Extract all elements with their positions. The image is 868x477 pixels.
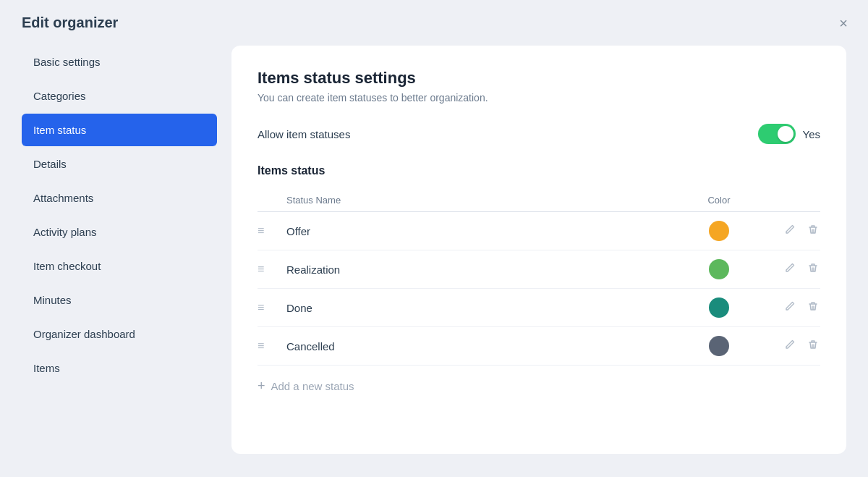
status-name-cancelled: Cancelled: [286, 340, 676, 353]
drag-handle-cancelled[interactable]: ≡: [258, 339, 286, 353]
sidebar-item-basic-settings[interactable]: Basic settings: [22, 46, 217, 78]
close-button[interactable]: ×: [839, 16, 848, 30]
status-name-done: Done: [286, 302, 676, 314]
col-color-header: Color: [676, 195, 762, 206]
add-status-label: Add a new status: [271, 380, 354, 392]
sidebar-item-item-checkout[interactable]: Item checkout: [22, 250, 217, 282]
color-dot-done: [709, 297, 729, 318]
drag-handle-done[interactable]: ≡: [258, 301, 286, 314]
sidebar-item-categories[interactable]: Categories: [22, 80, 217, 112]
toggle-group: Yes: [758, 124, 820, 144]
status-row-offer: ≡ Offer: [258, 212, 820, 250]
panel-subtitle: You can create item statuses to better o…: [258, 92, 820, 104]
drag-handle-offer[interactable]: ≡: [258, 224, 286, 237]
row-actions-realization: [762, 261, 820, 278]
sidebar-item-details[interactable]: Details: [22, 148, 217, 180]
status-row-done: ≡ Done: [258, 289, 820, 327]
status-row-cancelled: ≡ Cancelled: [258, 327, 820, 366]
allow-label: Allow item statuses: [258, 128, 350, 140]
page-title: Edit organizer: [22, 14, 846, 31]
status-name-offer: Offer: [286, 225, 676, 237]
main-panel: Items status settings You can create ite…: [231, 46, 846, 454]
sidebar-item-minutes[interactable]: Minutes: [22, 284, 217, 316]
sidebar-item-attachments[interactable]: Attachments: [22, 182, 217, 214]
panel-title: Items status settings: [258, 69, 820, 88]
status-rows: ≡ Offer ≡ Realization: [258, 212, 820, 366]
items-status-section: Items status Status Name Color ≡ Offer: [258, 164, 820, 397]
section-title: Items status: [258, 164, 820, 177]
delete-button-realization[interactable]: [806, 261, 820, 278]
sidebar-item-item-status[interactable]: Item status: [22, 114, 217, 146]
col-name-header: Status Name: [286, 195, 676, 206]
layout: Basic settingsCategoriesItem statusDetai…: [22, 46, 846, 454]
toggle-value: Yes: [803, 128, 820, 140]
add-icon: +: [258, 379, 265, 394]
sidebar-item-organizer-dashboard[interactable]: Organizer dashboard: [22, 318, 217, 350]
edit-button-done[interactable]: [783, 299, 797, 316]
color-dot-offer: [709, 221, 729, 241]
drag-handle-realization[interactable]: ≡: [258, 263, 286, 276]
color-dot-cancelled: [709, 336, 729, 356]
row-actions-cancelled: [762, 337, 820, 355]
row-actions-done: [762, 299, 820, 316]
sidebar-item-activity-plans[interactable]: Activity plans: [22, 216, 217, 248]
delete-button-offer[interactable]: [806, 222, 820, 240]
allow-toggle[interactable]: [758, 124, 796, 144]
status-row-realization: ≡ Realization: [258, 250, 820, 289]
table-header: Status Name Color: [258, 189, 820, 212]
sidebar: Basic settingsCategoriesItem statusDetai…: [22, 46, 217, 454]
edit-button-realization[interactable]: [783, 261, 797, 278]
sidebar-item-items[interactable]: Items: [22, 352, 217, 384]
page-container: Edit organizer × Basic settingsCategorie…: [0, 0, 868, 477]
status-name-realization: Realization: [286, 263, 676, 276]
delete-button-done[interactable]: [806, 299, 820, 316]
edit-button-offer[interactable]: [783, 222, 797, 240]
delete-button-cancelled[interactable]: [806, 337, 820, 355]
allow-row: Allow item statuses Yes: [258, 124, 820, 144]
color-dot-realization: [709, 259, 729, 279]
add-status-row[interactable]: + Add a new status: [258, 366, 820, 397]
edit-button-cancelled[interactable]: [783, 337, 797, 355]
row-actions-offer: [762, 222, 820, 240]
